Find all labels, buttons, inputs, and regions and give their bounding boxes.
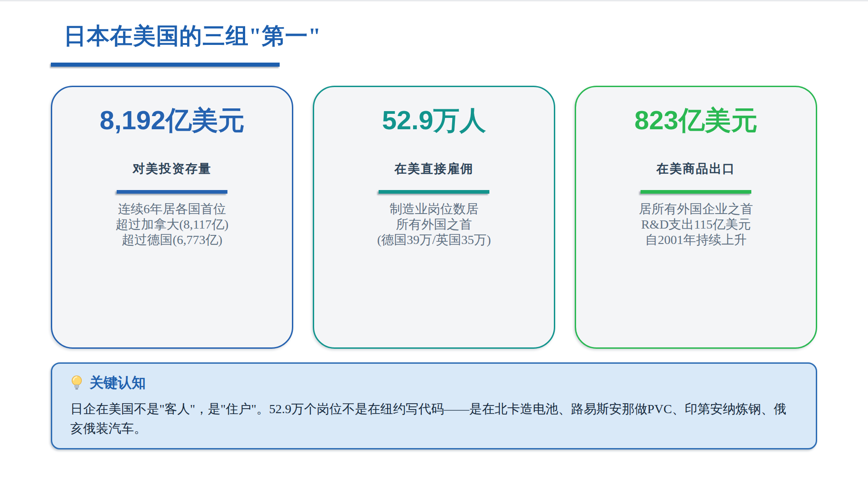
stat-detail-line: 超过德国(6,773亿) bbox=[52, 232, 292, 248]
stat-detail-line: (德国39万/英国35万) bbox=[314, 232, 554, 248]
stat-cards-row: 8,192亿美元 对美投资存量 连续6年居各国首位 超过加拿大(8,117亿) … bbox=[51, 86, 817, 349]
page-title: 日本在美国的三组"第一" bbox=[64, 22, 868, 49]
title-underline bbox=[51, 63, 280, 67]
stat-label: 在美直接雇佣 bbox=[314, 161, 554, 176]
stat-details: 连续6年居各国首位 超过加拿大(8,117亿) 超过德国(6,773亿) bbox=[52, 201, 292, 248]
lightbulb-icon bbox=[70, 375, 83, 391]
stat-card-employment: 52.9万人 在美直接雇佣 制造业岗位数居 所有外国之首 (德国39万/英国35… bbox=[313, 86, 555, 349]
stat-detail-line: 所有外国之首 bbox=[314, 217, 554, 232]
stat-detail-line: R&D支出115亿美元 bbox=[576, 217, 816, 232]
stat-detail-line: 连续6年居各国首位 bbox=[52, 201, 292, 217]
stat-value: 8,192亿美元 bbox=[52, 104, 292, 136]
accent-divider bbox=[117, 190, 227, 194]
stat-value: 52.9万人 bbox=[314, 104, 554, 136]
callout-heading: 关键认知 bbox=[70, 374, 798, 392]
stat-label: 对美投资存量 bbox=[52, 161, 292, 176]
stat-details: 居所有外国企业之首 R&D支出115亿美元 自2001年持续上升 bbox=[576, 201, 816, 248]
callout-heading-label: 关键认知 bbox=[89, 374, 146, 392]
stat-detail-line: 制造业岗位数居 bbox=[314, 201, 554, 217]
key-insight-callout: 关键认知 日企在美国不是"客人"，是"住户"。52.9万个岗位不是在纽约写代码—… bbox=[51, 362, 817, 449]
stat-detail-line: 超过加拿大(8,117亿) bbox=[52, 217, 292, 232]
stat-detail-line: 自2001年持续上升 bbox=[576, 232, 816, 248]
accent-divider bbox=[379, 190, 489, 194]
accent-divider bbox=[641, 190, 751, 194]
stat-details: 制造业岗位数居 所有外国之首 (德国39万/英国35万) bbox=[314, 201, 554, 248]
stat-card-exports: 823亿美元 在美商品出口 居所有外国企业之首 R&D支出115亿美元 自200… bbox=[575, 86, 817, 349]
slide: 日本在美国的三组"第一" 8,192亿美元 对美投资存量 连续6年居各国首位 超… bbox=[0, 0, 868, 488]
stat-card-investment: 8,192亿美元 对美投资存量 连续6年居各国首位 超过加拿大(8,117亿) … bbox=[51, 86, 293, 349]
stat-value: 823亿美元 bbox=[576, 104, 816, 136]
callout-body: 日企在美国不是"客人"，是"住户"。52.9万个岗位不是在纽约写代码——是在北卡… bbox=[70, 399, 798, 438]
stat-label: 在美商品出口 bbox=[576, 161, 816, 176]
stat-detail-line: 居所有外国企业之首 bbox=[576, 201, 816, 217]
